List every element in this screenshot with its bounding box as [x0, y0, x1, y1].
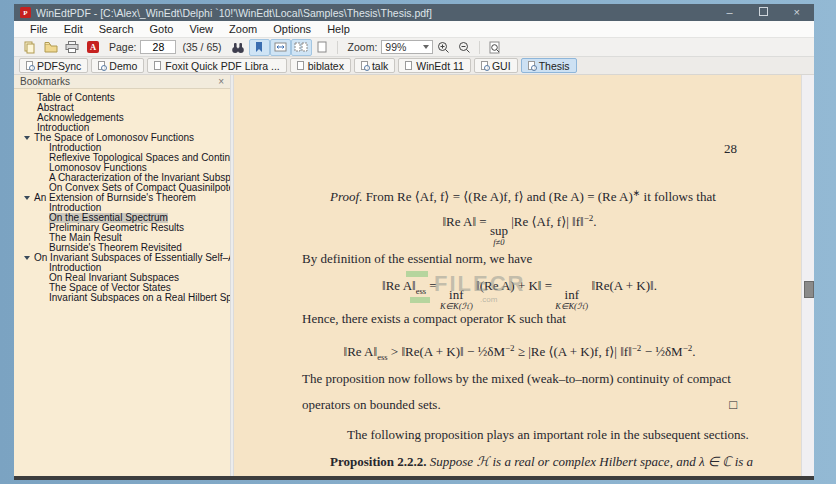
adobe-pdf-icon: A — [87, 41, 99, 53]
fit-width-button[interactable] — [270, 39, 291, 56]
bookmark-item[interactable]: An Extension of Burnside's Theorem — [14, 193, 230, 203]
single-page-button[interactable] — [312, 39, 333, 56]
document-icon — [26, 61, 33, 70]
document-tab[interactable]: GUI — [474, 58, 518, 73]
bookmark-item[interactable]: Invariant Subspaces on a Real Hilbert Sp… — [14, 293, 230, 303]
bookmark-item[interactable]: The Main Result — [14, 233, 230, 243]
toolbar: A Page: (35 / 65) — [14, 38, 814, 57]
continuous-pages-button[interactable] — [291, 39, 312, 56]
document-tab[interactable]: Foxit Quick PDF Libra ... — [147, 58, 286, 73]
document-tab[interactable]: Thesis — [521, 58, 577, 73]
chevron-down-icon[interactable] — [24, 256, 30, 260]
bookmarks-tree: Table of Contents Abstract Acknowledgeme… — [14, 89, 230, 303]
bookmark-item[interactable]: On Real Invariant Subspaces — [14, 273, 230, 283]
bookmarks-panel: Bookmarks × Table of Contents Abstract A… — [14, 75, 230, 476]
tab-label: PDFSync — [37, 60, 81, 72]
print-button[interactable] — [61, 39, 82, 56]
close-button[interactable]: × — [794, 7, 800, 18]
bookmark-item[interactable]: On Convex Sets of Compact Quasinilpotent… — [14, 183, 230, 193]
minimize-button[interactable]: – — [726, 7, 732, 18]
document-tab[interactable]: biblatex — [290, 58, 351, 73]
paragraph-essential-norm: By definition of the essential norm, we … — [302, 249, 737, 269]
menu-item[interactable]: File — [22, 23, 56, 35]
document-tab[interactable]: WinEdt 11 — [398, 58, 471, 73]
bookmark-item[interactable]: Acknowledgements — [14, 113, 230, 123]
paragraph-mixed-line1: The proposition now follows by the mixed… — [302, 369, 737, 389]
title-bar[interactable]: P WinEdtPDF - [C:\Alex\_WinEdt\Delphi `1… — [14, 4, 814, 21]
document-tab-bar: PDFSync Demo Foxit Quick PDF Libra ... b… — [14, 57, 814, 75]
chevron-down-icon — [423, 45, 429, 49]
menu-item[interactable]: Goto — [142, 23, 182, 35]
bookmark-item[interactable]: Introduction — [14, 203, 230, 213]
zoom-value: 99% — [385, 41, 406, 53]
bookmarks-title: Bookmarks — [20, 76, 70, 87]
chevron-down-icon[interactable] — [24, 136, 30, 140]
tab-label: Foxit Quick PDF Libra ... — [165, 60, 279, 72]
zoom-out-icon — [458, 41, 471, 54]
bookmark-item[interactable]: The Space of Vector States — [14, 283, 230, 293]
bookmark-item[interactable]: Abstract — [14, 103, 230, 113]
bookmark-item[interactable]: Burnside's Theorem Revisited — [14, 243, 230, 253]
document-tab[interactable]: PDFSync — [19, 58, 88, 73]
document-icon — [297, 61, 304, 70]
document-tab[interactable]: Demo — [91, 58, 144, 73]
bookmarks-toggle-button[interactable] — [249, 39, 270, 56]
single-page-icon — [317, 41, 327, 53]
menu-item[interactable]: Options — [265, 23, 319, 35]
close-icon[interactable]: × — [218, 77, 224, 87]
proof-paragraph: Proof. From Re ⟨Af, f⟩ = ⟨(Re A)f, f⟩ an… — [302, 183, 737, 207]
zoom-in-button[interactable] — [433, 39, 454, 56]
bookmark-item[interactable]: Lomonosov Functions — [14, 163, 230, 173]
binoculars-icon — [231, 41, 245, 54]
bookmark-item[interactable]: Introduction — [14, 143, 230, 153]
document-icon — [361, 61, 368, 70]
page-label: Page: — [109, 41, 136, 53]
page-count: (35 / 65) — [182, 41, 221, 53]
bookmark-item[interactable]: Preliminary Geometric Results — [14, 223, 230, 233]
proposition-line1: Proposition 2.2.2. Suppose ℋ is a real o… — [302, 452, 737, 472]
page-number-input[interactable] — [140, 40, 176, 54]
bookmark-item[interactable]: The Space of Lomonosov Functions — [14, 133, 230, 143]
adobe-reader-button[interactable]: A — [82, 39, 103, 56]
zoom-select[interactable]: 99% — [381, 40, 433, 54]
scrollbar-thumb[interactable] — [804, 281, 814, 298]
bookmark-item[interactable]: Introduction — [14, 123, 230, 133]
document-icon — [98, 61, 105, 70]
bookmark-item[interactable]: On the Essential Spectrum — [14, 213, 230, 223]
pdf-page-view[interactable]: 28 Proof. From Re ⟨Af, f⟩ = ⟨(Re A)f, f⟩… — [234, 75, 801, 476]
document-icon — [528, 61, 535, 70]
tab-label: GUI — [492, 60, 511, 72]
zoom-in-icon — [437, 41, 450, 54]
svg-text:A: A — [89, 42, 96, 52]
menu-item[interactable]: Help — [319, 23, 358, 35]
window-title: WinEdtPDF - [C:\Alex\_WinEdt\Delphi `10!… — [36, 7, 726, 19]
menu-item[interactable]: Edit — [56, 23, 91, 35]
document-tab[interactable]: talk — [354, 58, 395, 73]
toolbar-separator — [337, 41, 338, 54]
tab-label: biblatex — [308, 60, 344, 72]
bookmark-item[interactable]: Table of Contents — [14, 93, 230, 103]
svg-text:P: P — [23, 9, 28, 17]
vertical-scrollbar[interactable] — [801, 75, 814, 476]
chevron-down-icon[interactable] — [24, 196, 30, 200]
copy-page-button[interactable] — [19, 39, 40, 56]
display-formula-2: ‖Re A‖ess = infK∈K(ℋ) ‖(Re A) + K‖ = inf… — [302, 276, 737, 311]
copy-icon — [23, 41, 36, 54]
winedt-pdf-window: P WinEdtPDF - [C:\Alex\_WinEdt\Delphi `1… — [14, 4, 814, 480]
document-icon — [405, 61, 412, 70]
menu-item[interactable]: Zoom — [221, 23, 265, 35]
qed-symbol: □ — [729, 395, 737, 415]
find-button[interactable] — [228, 39, 249, 56]
bookmark-item[interactable]: On Invariant Subspaces of Essentially Se… — [14, 253, 230, 263]
open-folder-button[interactable] — [40, 39, 61, 56]
menu-item[interactable]: View — [181, 23, 221, 35]
bookmark-item[interactable]: Introduction — [14, 263, 230, 273]
menu-item[interactable]: Search — [91, 23, 142, 35]
maximize-button[interactable] — [759, 7, 768, 16]
bookmark-item[interactable]: A Characterization of the Invariant Subs… — [14, 173, 230, 183]
zoom-out-button[interactable] — [454, 39, 475, 56]
tab-label: talk — [372, 60, 388, 72]
print-preview-icon — [489, 41, 501, 54]
preview-button[interactable] — [484, 39, 505, 56]
bookmark-item[interactable]: Reflexive Topological Spaces and Continu… — [14, 153, 230, 163]
